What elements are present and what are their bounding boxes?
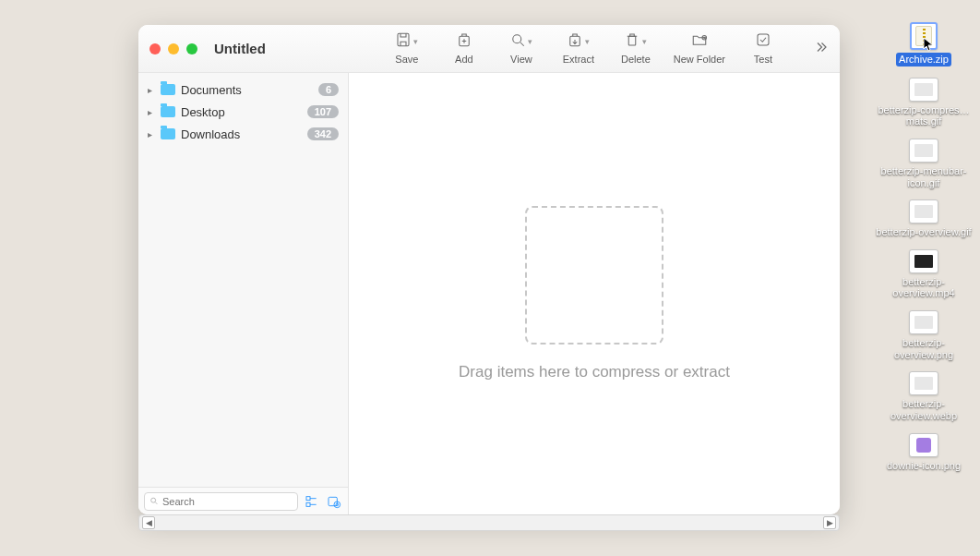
sidebar-tree-button[interactable] (304, 493, 320, 510)
file-icon (909, 371, 938, 395)
desktop-file[interactable]: betterzip-overview.gif (873, 199, 974, 238)
desktop-file[interactable]: downie-icon.png (873, 433, 974, 472)
chevron-right-icon[interactable]: ▸ (148, 85, 157, 95)
file-label: betterzip-overview.mp4 (873, 276, 974, 299)
desktop-icons: Archive.zip betterzip-compres…mats.gif b… (873, 22, 974, 471)
horizontal-scrollbar[interactable]: ◀ ▶ (138, 514, 840, 531)
folder-icon (161, 84, 175, 95)
close-window-button[interactable] (149, 43, 161, 54)
svg-rect-9 (306, 502, 310, 506)
sidebar-footer (138, 487, 348, 514)
delete-label: Delete (621, 54, 651, 65)
chevron-down-icon: ▾ (528, 37, 532, 46)
search-input-wrapper[interactable] (144, 492, 298, 511)
extract-icon (567, 31, 583, 52)
sidebar-item-documents[interactable]: ▸ Documents 6 (142, 79, 344, 101)
file-icon (909, 433, 938, 457)
svg-rect-4 (629, 36, 637, 45)
chevron-right-icon[interactable]: ▸ (148, 129, 157, 139)
save-label: Save (395, 54, 418, 65)
add-button[interactable]: Add (442, 32, 486, 65)
extract-button[interactable]: ▾ Extract (556, 32, 601, 65)
test-icon (755, 31, 771, 52)
file-icon (909, 78, 938, 102)
mouse-cursor (923, 37, 938, 55)
chevron-right-icon[interactable]: ▸ (148, 107, 157, 117)
extract-label: Extract (563, 54, 594, 65)
svg-point-2 (513, 35, 521, 43)
folder-icon (161, 128, 175, 139)
file-label: betterzip-overview.webp (873, 398, 974, 421)
desktop-file[interactable]: betterzip-menubar-icon.gif (873, 139, 974, 188)
delete-button[interactable]: ▾ Delete (614, 32, 658, 65)
count-badge: 342 (307, 127, 339, 140)
file-label: betterzip-overview.gif (874, 226, 973, 238)
sidebar-item-downloads[interactable]: ▸ Downloads 342 (142, 123, 344, 145)
delete-icon (624, 31, 640, 52)
test-label: Test (754, 54, 772, 65)
new-folder-button[interactable]: New Folder (671, 32, 728, 65)
file-icon (909, 139, 938, 163)
sidebar-list: ▸ Documents 6 ▸ Desktop 107 ▸ Downloads … (138, 73, 348, 487)
sidebar-item-desktop[interactable]: ▸ Desktop 107 (142, 101, 344, 123)
file-label: downie-icon.png (885, 460, 962, 472)
minimize-window-button[interactable] (168, 43, 179, 54)
file-label: betterzip-overview.png (873, 337, 974, 360)
sidebar-item-label: Desktop (181, 105, 307, 119)
sidebar-item-label: Downloads (181, 127, 307, 141)
svg-rect-0 (398, 33, 409, 46)
file-icon (909, 249, 938, 273)
overflow-button[interactable] (812, 39, 829, 59)
titlebar: Untitled ▾ Save Add ▾ View ▾ Extract ▾ D… (138, 25, 840, 73)
search-input[interactable] (162, 496, 293, 507)
window-title: Untitled (214, 41, 266, 56)
traffic-lights (149, 43, 197, 54)
toolbar: ▾ Save Add ▾ View ▾ Extract ▾ Delete New (385, 32, 785, 65)
file-icon (909, 199, 938, 224)
file-icon (909, 310, 938, 334)
view-label: View (510, 54, 532, 65)
view-icon (509, 31, 526, 52)
sidebar-item-label: Documents (181, 83, 318, 97)
desktop-file[interactable]: betterzip-overview.mp4 (873, 249, 974, 299)
test-button[interactable]: Test (741, 32, 785, 65)
chevron-down-icon: ▾ (642, 37, 647, 46)
desktop-file[interactable]: betterzip-compres…mats.gif (873, 78, 974, 127)
drop-zone[interactable] (525, 206, 663, 344)
save-button[interactable]: ▾ Save (385, 32, 429, 65)
svg-point-7 (151, 498, 156, 502)
add-label: Add (455, 54, 473, 65)
sidebar-preview-button[interactable] (326, 493, 342, 510)
desktop-file[interactable]: betterzip-overview.png (873, 310, 974, 360)
file-label: betterzip-menubar-icon.gif (873, 165, 974, 188)
new-folder-label: New Folder (674, 54, 725, 65)
search-icon (149, 496, 159, 506)
app-window: Untitled ▾ Save Add ▾ View ▾ Extract ▾ D… (138, 25, 840, 514)
save-icon (395, 31, 412, 52)
chevron-down-icon: ▾ (413, 37, 418, 46)
count-badge: 107 (307, 105, 339, 118)
maximize-window-button[interactable] (186, 43, 197, 54)
sidebar: ▸ Documents 6 ▸ Desktop 107 ▸ Downloads … (138, 73, 349, 514)
file-label: betterzip-compres…mats.gif (873, 104, 974, 127)
window-body: ▸ Documents 6 ▸ Desktop 107 ▸ Downloads … (138, 73, 840, 514)
scroll-right-button[interactable]: ▶ (823, 516, 836, 529)
svg-rect-6 (758, 34, 769, 45)
add-icon (456, 31, 472, 52)
view-button[interactable]: ▾ View (499, 32, 544, 65)
scroll-left-button[interactable]: ◀ (142, 516, 155, 529)
folder-icon (161, 106, 175, 117)
count-badge: 6 (318, 83, 339, 96)
svg-rect-8 (306, 496, 310, 500)
main-area[interactable]: Drag items here to compress or extract (349, 73, 840, 514)
desktop-file[interactable]: betterzip-overview.webp (873, 371, 974, 421)
chevron-down-icon: ▾ (585, 37, 590, 46)
new-folder-icon (691, 31, 708, 52)
drop-text: Drag items here to compress or extract (459, 363, 730, 381)
